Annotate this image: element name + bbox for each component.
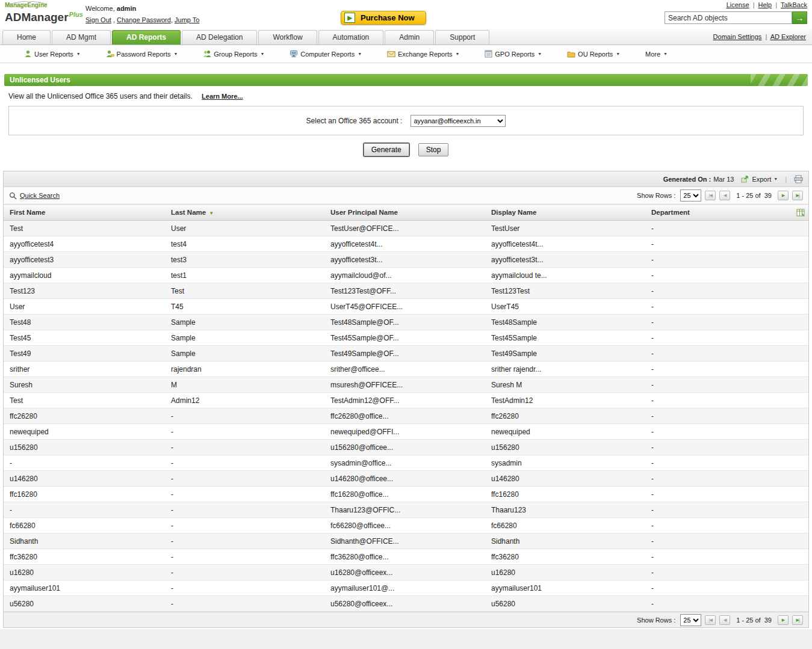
generate-button[interactable]: Generate: [364, 143, 409, 156]
brand-plus: Plus: [69, 11, 83, 18]
search-ad-objects-input[interactable]: [665, 11, 792, 24]
table-row[interactable]: TestUserTestUser@OFFICE...TestUser-: [4, 221, 808, 236]
table-row[interactable]: SureshMmsuresh@OFFICEE...Suresh M-: [4, 377, 808, 393]
talkback-link[interactable]: TalkBack: [781, 1, 807, 8]
tab-admin[interactable]: Admin: [385, 30, 434, 45]
cell-first-name: fc66280: [4, 518, 165, 534]
next-page-button[interactable]: ▶: [778, 615, 789, 625]
license-link[interactable]: License: [727, 1, 749, 8]
ad-explorer-link[interactable]: AD Explorer: [770, 33, 806, 40]
last-page-button[interactable]: ▶|: [792, 615, 803, 625]
toolbar-item-label: GPO Reports: [495, 51, 535, 58]
cell-user-principal-name: msuresh@OFFICEE...: [324, 377, 485, 393]
chevron-down-icon: ▼: [76, 52, 81, 56]
last-page-button[interactable]: ▶|: [792, 191, 803, 200]
table-row[interactable]: ffc26280-ffc26280@office...ffc26280-: [4, 408, 808, 424]
column-header-user-principal-name[interactable]: User Principal Name: [324, 205, 485, 221]
stop-button[interactable]: Stop: [418, 143, 449, 156]
toolbar-item-group-reports[interactable]: Group Reports▼: [203, 50, 264, 58]
toolbar-item-computer-reports[interactable]: Computer Reports▼: [290, 50, 362, 58]
chevron-down-icon: ▼: [260, 52, 264, 56]
cell-display-name: ffc16280: [485, 487, 645, 502]
cell-display-name: Test123Test: [485, 283, 645, 299]
toolbar-item-more[interactable]: More▼: [645, 51, 668, 58]
cell-department: -: [645, 299, 808, 315]
table-row[interactable]: ffc16280-ffc16280@office...ffc16280-: [4, 487, 808, 502]
table-row[interactable]: TestAdmin12TestAdmin12@OFF...TestAdmin12…: [4, 393, 808, 408]
table-row[interactable]: newequiped-newequiped@OFFI...newequiped-: [4, 424, 808, 440]
tab-ad-delegation[interactable]: AD Delegation: [182, 30, 257, 45]
table-row[interactable]: fc66280-fc66280@officee...fc66280-: [4, 518, 808, 534]
table-row[interactable]: --sysadmin@office...sysadmin-: [4, 455, 808, 471]
cell-department: -: [645, 315, 808, 330]
table-row[interactable]: UserT45UserT45@OFFICEE...UserT45-: [4, 299, 808, 315]
column-header-first-name[interactable]: First Name: [4, 205, 165, 221]
toolbar-item-user-reports[interactable]: User Reports▼: [24, 50, 81, 58]
first-page-button[interactable]: |◀: [705, 615, 716, 625]
cell-user-principal-name: TestUser@OFFICE...: [324, 221, 485, 236]
domain-settings-link[interactable]: Domain Settings: [713, 33, 762, 40]
show-rows-select[interactable]: 25: [680, 614, 701, 626]
table-row[interactable]: ayymailuser101-ayymailuser101@...ayymail…: [4, 580, 808, 596]
chevron-down-icon: ▼: [538, 52, 542, 56]
table-row[interactable]: --Thaaru123@OFFIC...Thaaru123-: [4, 502, 808, 518]
previous-page-button[interactable]: ◀: [719, 615, 730, 625]
table-row[interactable]: Test48SampleTest48Sample@OF...Test48Samp…: [4, 315, 808, 330]
tab-workflow[interactable]: Workflow: [258, 30, 317, 45]
toolbar-item-label: More: [645, 51, 660, 58]
next-page-button[interactable]: ▶: [778, 191, 789, 200]
table-body: TestUserTestUser@OFFICE...TestUser-ayyof…: [4, 221, 808, 612]
table-row[interactable]: ayyofficetest4test4ayyofficetest4t...ayy…: [4, 236, 808, 252]
jump-to-link[interactable]: Jump To: [175, 16, 199, 23]
welcome-links: Sign Out , Change Password, Jump To: [85, 16, 199, 23]
tab-home[interactable]: Home: [2, 30, 51, 45]
table-row[interactable]: Sidhanth-Sidhanth@OFFICE...Sidhanth-: [4, 534, 808, 549]
cell-user-principal-name: newequiped@OFFI...: [324, 424, 485, 440]
toolbar-item-password-reports[interactable]: Password Reports▼: [106, 50, 178, 58]
change-password-link[interactable]: Change Password: [117, 16, 171, 23]
show-rows-select[interactable]: 25: [680, 189, 701, 201]
tab-ad-mgmt[interactable]: AD Mgmt: [52, 30, 111, 45]
sign-out-link[interactable]: Sign Out: [85, 16, 111, 23]
column-chooser-icon[interactable]: [796, 209, 805, 218]
table-row[interactable]: Test49SampleTest49Sample@OF...Test49Samp…: [4, 346, 808, 361]
quick-search[interactable]: Quick Search: [9, 192, 60, 200]
export-icon: [741, 175, 749, 183]
table-row[interactable]: Test123TestTest123Test@OFF...Test123Test…: [4, 283, 808, 299]
column-header-department[interactable]: Department: [645, 205, 808, 221]
cell-department: -: [645, 471, 808, 487]
previous-page-button[interactable]: ◀: [719, 191, 730, 200]
cell-user-principal-name: Thaaru123@OFFIC...: [324, 502, 485, 518]
table-row[interactable]: u156280-u156280@officee...u156280-: [4, 440, 808, 455]
table-row[interactable]: sritherrajendransrither@officee...srithe…: [4, 361, 808, 377]
office365-account-select[interactable]: ayyanar@officeexch.in: [411, 115, 506, 127]
printer-icon[interactable]: [794, 175, 803, 183]
help-link[interactable]: Help: [758, 1, 772, 8]
logo[interactable]: ManageEngine ADManagerPlus: [5, 1, 83, 23]
table-row[interactable]: u56280-u56280@officeex...u56280-: [4, 596, 808, 612]
tab-automation[interactable]: Automation: [318, 30, 384, 45]
table-row[interactable]: u146280-u146280@officee...u146280-: [4, 471, 808, 487]
tab-support[interactable]: Support: [435, 30, 489, 45]
cell-department: -: [645, 361, 808, 377]
table-row[interactable]: ffc36280-ffc36280@office...ffc36280-: [4, 549, 808, 565]
table-row[interactable]: ayymailcloudtest1ayymailcloud@of...ayyma…: [4, 268, 808, 283]
ou-reports-icon: [567, 51, 575, 58]
cell-display-name: ayyofficetest4t...: [485, 236, 645, 252]
toolbar-item-exchange-reports[interactable]: Exchange Reports▼: [387, 51, 459, 58]
column-header-last-name[interactable]: Last Name▼: [165, 205, 324, 221]
purchase-now-button[interactable]: ▶ Purchase Now: [341, 11, 426, 25]
cell-last-name: User: [165, 221, 324, 236]
first-page-button[interactable]: |◀: [705, 191, 716, 200]
toolbar-item-gpo-reports[interactable]: GPO Reports▼: [485, 50, 542, 58]
column-header-display-name[interactable]: Display Name: [485, 205, 645, 221]
table-row[interactable]: Test45SampleTest45Sample@OF...Test45Samp…: [4, 330, 808, 346]
table-row[interactable]: ayyofficetest3test3ayyofficetest3t...ayy…: [4, 252, 808, 268]
search-submit-button[interactable]: →: [792, 11, 807, 24]
table-row[interactable]: u16280-u16280@officeex...u16280-: [4, 565, 808, 580]
tab-ad-reports[interactable]: AD Reports: [112, 30, 181, 45]
learn-more-link[interactable]: Learn More...: [202, 93, 243, 100]
export-control[interactable]: Export ▼: [741, 175, 778, 183]
toolbar-item-ou-reports[interactable]: OU Reports▼: [567, 51, 620, 58]
cell-first-name: -: [4, 502, 165, 518]
